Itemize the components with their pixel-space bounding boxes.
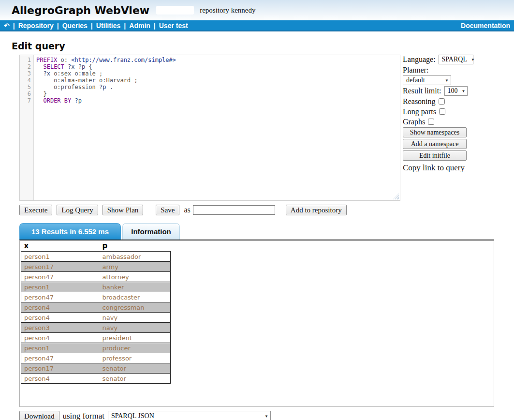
table-cell: attorney — [100, 272, 171, 282]
code-line[interactable]: o:alma-mater o:Harvard ; — [36, 77, 176, 84]
copy-link-to-query-link[interactable]: Copy link to query — [403, 163, 465, 173]
code-line[interactable]: PREFIX o: <http://www.franz.com/simple#> — [36, 57, 176, 63]
download-format-select[interactable]: SPARQL JSON ▼ — [108, 411, 271, 420]
table-cell: navy — [100, 323, 171, 333]
long-parts-checkbox[interactable] — [439, 108, 445, 115]
code-line[interactable]: ORDER BY ?p — [36, 97, 176, 104]
results-table: xp person1ambassadorperson17armyperson47… — [21, 240, 171, 384]
nav-separator: | — [57, 22, 59, 30]
graphs-checkbox[interactable] — [428, 119, 434, 125]
table-cell: person4 — [21, 313, 100, 323]
download-format-value: SPARQL JSON — [111, 412, 154, 420]
column-header-p: p — [100, 240, 171, 252]
table-cell: person1 — [21, 252, 100, 262]
planner-label: Planner: — [403, 66, 428, 75]
query-editor[interactable]: 1234567 PREFIX o: <http://www.franz.com/… — [19, 55, 400, 201]
table-cell: person47 — [21, 272, 100, 282]
line-number: 5 — [20, 84, 31, 90]
save-as-label: as — [184, 206, 190, 214]
table-row[interactable]: person47professor — [21, 353, 171, 363]
reasoning-label: Reasoning — [403, 97, 436, 106]
table-row[interactable]: person1producer — [21, 343, 171, 353]
table-row[interactable]: person4president — [21, 333, 171, 343]
table-row[interactable]: person17army — [21, 262, 171, 272]
result-limit-select[interactable]: 100 ▼ — [444, 86, 468, 96]
table-cell: ambassador — [100, 252, 171, 262]
line-number: 3 — [20, 70, 31, 77]
execute-button[interactable]: Execute — [19, 205, 52, 215]
planner-select-value: default — [406, 76, 425, 84]
add-namespace-button[interactable]: Add a namespace — [403, 139, 467, 149]
caret-down-icon: ▼ — [471, 58, 475, 62]
table-cell: person1 — [21, 282, 100, 292]
code-line[interactable]: o:profession ?p . — [36, 84, 176, 90]
download-bar: Download using format SPARQL JSON ▼ — [19, 411, 514, 420]
code-line[interactable]: SELECT ?x ?p { — [36, 63, 176, 70]
add-to-repository-button[interactable]: Add to repository — [286, 205, 347, 215]
information-tab[interactable]: Information — [122, 223, 180, 240]
query-options-panel: Language: SPARQL ▼ Planner: default ▼ Re… — [403, 55, 513, 173]
repository-label: repository kennedy — [200, 6, 255, 15]
nav-separator: | — [91, 22, 93, 30]
result-limit-label: Result limit: — [403, 87, 441, 95]
caret-down-icon: ▼ — [445, 78, 449, 83]
results-panel: xp person1ambassadorperson17armyperson47… — [19, 240, 494, 407]
line-number: 7 — [20, 97, 31, 104]
results-tab[interactable]: 13 Results in 6.552 ms — [19, 223, 121, 240]
table-row[interactable]: person3navy — [21, 323, 171, 333]
code-line[interactable]: } — [36, 90, 176, 97]
main-content: Edit query 1234567 PREFIX o: <http://www… — [0, 41, 514, 420]
edit-initfile-button[interactable]: Edit initfile — [403, 150, 467, 161]
editor-line-numbers: 1234567 — [20, 55, 34, 200]
table-row[interactable]: person1banker — [21, 282, 171, 292]
nav-item-repository[interactable]: Repository — [18, 22, 54, 30]
language-label: Language: — [403, 55, 436, 64]
table-cell: president — [100, 333, 171, 343]
nav-item-queries[interactable]: Queries — [62, 22, 88, 30]
caret-down-icon: ▼ — [462, 89, 466, 93]
line-number: 4 — [20, 77, 31, 84]
reasoning-checkbox[interactable] — [439, 98, 445, 105]
planner-select[interactable]: default ▼ — [403, 75, 451, 85]
back-icon[interactable]: ↶ — [4, 22, 10, 30]
code-line[interactable]: ?x o:sex o:male ; — [36, 70, 176, 77]
nav-separator: | — [13, 22, 15, 30]
save-button[interactable]: Save — [156, 205, 179, 215]
table-header-row: xp — [21, 240, 171, 252]
table-cell: broadcaster — [100, 292, 171, 302]
show-namespaces-button[interactable]: Show namespaces — [403, 127, 467, 137]
nav-item-utilities[interactable]: Utilities — [96, 22, 121, 30]
documentation-link[interactable]: Documentation — [461, 22, 514, 30]
editor-resize-grip[interactable] — [393, 194, 399, 199]
nav-item-admin[interactable]: Admin — [129, 22, 150, 30]
app-header: AllegroGraph WebView repository kennedy — [0, 0, 514, 20]
using-format-label: using format — [63, 411, 104, 420]
header-blank-box — [156, 6, 194, 15]
table-row[interactable]: person47broadcaster — [21, 292, 171, 302]
table-cell: senator — [100, 363, 171, 374]
table-row[interactable]: person17senator — [21, 363, 171, 374]
table-cell: person4 — [21, 374, 100, 384]
nav-bar: ↶ |Repository|Queries|Utilities|Admin|Us… — [0, 20, 514, 31]
table-cell: person17 — [21, 363, 100, 374]
graphs-label: Graphs — [403, 118, 425, 126]
save-name-input[interactable] — [193, 205, 275, 215]
download-button[interactable]: Download — [19, 411, 59, 420]
table-cell: navy — [100, 313, 171, 323]
table-row[interactable]: person47attorney — [21, 272, 171, 282]
editor-code[interactable]: PREFIX o: <http://www.franz.com/simple#>… — [34, 55, 176, 200]
nav-separator: | — [154, 22, 156, 30]
long-parts-label: Long parts — [403, 107, 436, 116]
table-cell: person1 — [21, 343, 100, 353]
line-number: 6 — [20, 90, 31, 97]
language-select[interactable]: SPARQL ▼ — [439, 55, 473, 64]
results-tab-bar: 13 Results in 6.552 msInformation — [19, 223, 514, 240]
table-row[interactable]: person4congressman — [21, 302, 171, 313]
log-query-button[interactable]: Log Query — [57, 205, 98, 215]
nav-item-user-test[interactable]: User test — [159, 22, 188, 30]
table-row[interactable]: person4navy — [21, 313, 171, 323]
show-plan-button[interactable]: Show Plan — [103, 205, 144, 215]
table-row[interactable]: person4senator — [21, 374, 171, 384]
table-row[interactable]: person1ambassador — [21, 252, 171, 262]
nav-separator: | — [124, 22, 126, 30]
